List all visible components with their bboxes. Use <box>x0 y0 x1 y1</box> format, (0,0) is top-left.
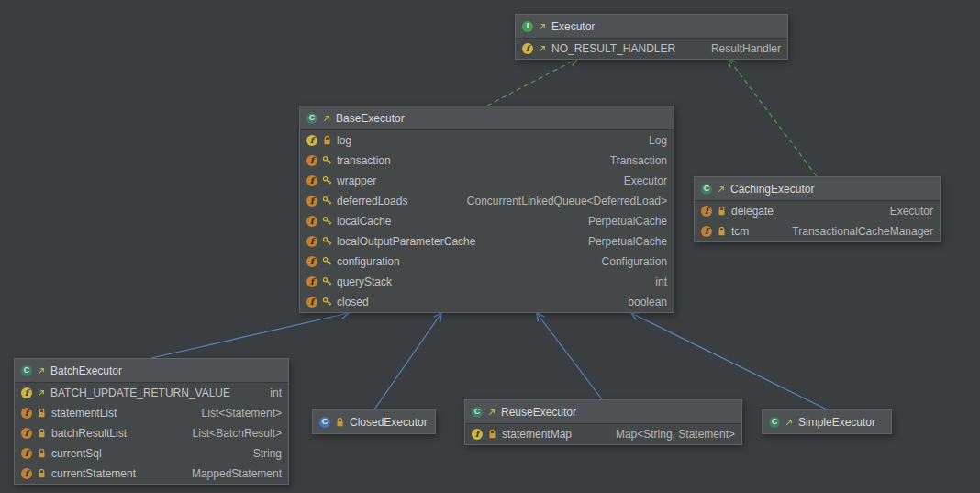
static-field-icon: f <box>306 135 317 146</box>
key-icon <box>322 175 332 186</box>
edge-batchexecutor-extends-baseexecutor[interactable] <box>151 313 349 358</box>
lock-icon <box>37 408 47 419</box>
node-header-closedexecutor[interactable]: C ClosedExecutor <box>313 410 435 433</box>
field-row[interactable]: f deferredLoads ConcurrentLinkedQueue<De… <box>300 191 674 211</box>
lock-icon <box>335 417 345 428</box>
key-icon <box>322 236 332 247</box>
field-type: String <box>240 447 282 460</box>
field-name: deferredLoads <box>337 195 407 207</box>
field-type: boolean <box>615 296 667 308</box>
field-row[interactable]: f NO_RESULT_HANDLER ResultHandler <box>516 39 787 59</box>
field-name: statementMap <box>502 428 572 441</box>
field-row[interactable]: f log Log <box>300 130 674 151</box>
marker-icon <box>487 408 496 417</box>
lock-icon <box>37 448 47 459</box>
field-type: Configuration <box>589 255 667 268</box>
class-title: BatchExecutor <box>50 364 122 377</box>
node-header-baseexecutor[interactable]: C BaseExecutor <box>300 106 674 130</box>
field-row[interactable]: f statementList List<Statement> <box>15 403 288 423</box>
field-type: Transaction <box>597 154 667 167</box>
class-icon: C <box>701 184 712 195</box>
field-row[interactable]: f statementMap Map<String, Statement> <box>465 424 741 444</box>
lock-icon <box>37 468 47 479</box>
class-icon: C <box>306 113 317 124</box>
field-type: MappedStatement <box>179 467 282 480</box>
class-node-simpleexecutor[interactable]: C SimpleExecutor <box>762 409 892 434</box>
marker-icon <box>785 418 794 427</box>
field-type: int <box>257 387 282 399</box>
field-icon: f <box>21 468 32 479</box>
static-field-icon: f <box>522 43 533 54</box>
edge-reuseexecutor-extends-baseexecutor[interactable] <box>537 313 602 399</box>
field-name: log <box>337 134 351 147</box>
field-icon: f <box>306 297 317 308</box>
field-icon: f <box>21 428 32 439</box>
field-icon: f <box>306 256 317 267</box>
key-icon <box>322 196 332 207</box>
field-row[interactable]: f localCache PerpetualCache <box>300 211 674 231</box>
field-type: List<BatchResult> <box>180 427 282 440</box>
field-name: statementList <box>51 407 117 420</box>
field-icon: f <box>701 206 712 217</box>
field-type: ConcurrentLinkedQueue<DeferredLoad> <box>454 195 667 207</box>
field-row[interactable]: f wrapper Executor <box>300 171 674 191</box>
field-row[interactable]: f tcm TransactionalCacheManager <box>695 221 940 241</box>
diagram-canvas[interactable]: I Executor f NO_RESULT_HANDLER ResultHan… <box>0 0 980 493</box>
class-icon: C <box>21 365 32 376</box>
field-name: batchResultList <box>51 427 127 440</box>
node-header-executor[interactable]: I Executor <box>516 15 787 39</box>
lock-icon <box>717 206 727 217</box>
class-title: Executor <box>551 20 595 33</box>
field-icon: f <box>701 226 712 237</box>
field-type: Executor <box>611 174 667 187</box>
marker-icon <box>717 185 726 194</box>
class-node-batchexecutor[interactable]: C BatchExecutor f BATCH_UPDATE_RETURN_VA… <box>14 358 289 485</box>
field-row[interactable]: f localOutputParameterCache PerpetualCac… <box>300 231 674 252</box>
field-name: BATCH_UPDATE_RETURN_VALUE <box>50 387 230 399</box>
field-name: transaction <box>337 154 391 167</box>
field-icon: f <box>306 196 317 207</box>
class-node-executor[interactable]: I Executor f NO_RESULT_HANDLER ResultHan… <box>515 14 788 60</box>
key-icon <box>322 216 332 227</box>
field-row[interactable]: f delegate Executor <box>695 201 940 221</box>
node-header-simpleexecutor[interactable]: C SimpleExecutor <box>763 410 891 433</box>
field-icon: f <box>306 175 317 186</box>
static-field-icon: f <box>472 429 483 440</box>
field-row[interactable]: f queryStack int <box>300 272 674 292</box>
static-field-icon: f <box>21 387 32 398</box>
field-type: PerpetualCache <box>575 235 667 248</box>
field-name: queryStack <box>337 275 392 288</box>
field-type: TransactionalCacheManager <box>779 225 933 238</box>
node-header-reuseexecutor[interactable]: C ReuseExecutor <box>465 400 741 424</box>
class-node-reuseexecutor[interactable]: C ReuseExecutor f statementMap Map<Strin… <box>464 399 742 445</box>
edge-baseexecutor-implements-executor[interactable] <box>487 59 577 106</box>
field-name: currentStatement <box>51 467 136 480</box>
node-header-batchexecutor[interactable]: C BatchExecutor <box>15 359 288 383</box>
key-icon <box>322 256 332 267</box>
field-name: tcm <box>731 225 749 238</box>
field-row[interactable]: f currentSql String <box>15 443 288 464</box>
field-row[interactable]: f currentStatement MappedStatement <box>15 464 288 484</box>
field-row[interactable]: f batchResultList List<BatchResult> <box>15 423 288 443</box>
key-icon <box>322 297 332 308</box>
node-header-cachingexecutor[interactable]: C CachingExecutor <box>695 177 940 201</box>
field-row[interactable]: f BATCH_UPDATE_RETURN_VALUE int <box>15 383 288 403</box>
class-node-baseexecutor[interactable]: C BaseExecutor f log Log f transaction T… <box>299 106 674 313</box>
field-name: localOutputParameterCache <box>337 235 475 248</box>
edge-cachingexecutor-implements-executor[interactable] <box>729 59 817 176</box>
field-row[interactable]: f closed boolean <box>300 292 674 312</box>
marker-icon <box>538 22 547 31</box>
field-row[interactable]: f transaction Transaction <box>300 151 674 171</box>
class-node-cachingexecutor[interactable]: C CachingExecutor f delegate Executor f … <box>694 176 941 242</box>
field-icon: f <box>306 276 317 287</box>
field-icon: f <box>21 408 32 419</box>
key-icon <box>322 276 332 287</box>
interface-icon: I <box>522 21 533 32</box>
lock-icon <box>487 429 497 440</box>
class-node-closedexecutor[interactable]: C ClosedExecutor <box>312 409 436 434</box>
edge-closedexecutor-extends-baseexecutor[interactable] <box>374 313 441 409</box>
field-name: configuration <box>337 255 400 268</box>
field-row[interactable]: f configuration Configuration <box>300 252 674 272</box>
edge-simpleexecutor-extends-baseexecutor[interactable] <box>631 313 827 409</box>
lock-icon <box>717 226 727 237</box>
